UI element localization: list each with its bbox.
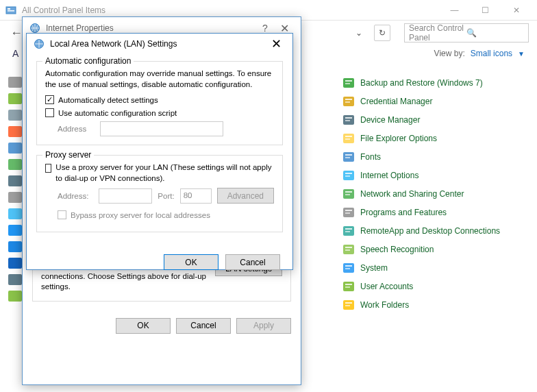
auto-detect-row[interactable]: ✓ Automatically detect settings [45, 95, 274, 104]
control-panel-item[interactable]: User Accounts [342, 280, 523, 293]
ip-cancel-button[interactable]: Cancel [176, 318, 231, 334]
svg-rect-2 [8, 10, 14, 12]
maximize-button[interactable]: ☐ [470, 1, 501, 20]
partial-item-icon [8, 159, 22, 170]
address-dropdown-caret[interactable]: ⌄ [352, 28, 366, 38]
proxy-use-row[interactable]: Use a proxy server for your LAN (These s… [45, 162, 274, 184]
auto-config-desc: Automatic configuration may override man… [45, 69, 274, 90]
auto-config-group: Automatic configuration Automatic config… [36, 61, 283, 145]
ip-ok-button[interactable]: OK [116, 318, 171, 334]
viewby-label: View by: [434, 49, 465, 58]
item-label: User Accounts [360, 282, 413, 291]
svg-rect-34 [345, 265, 352, 267]
auto-script-row[interactable]: Use automatic configuration script [45, 108, 274, 117]
control-panel-item[interactable]: System [342, 262, 523, 274]
item-label: Device Manager [360, 115, 420, 125]
partial-item-icon [8, 77, 22, 88]
search-box[interactable]: Search Control Panel 🔍 [404, 23, 529, 42]
svg-rect-4 [345, 80, 352, 82]
proxy-bypass-row[interactable]: Bypass proxy server for local addresses [45, 210, 274, 219]
partial-item-icon [8, 143, 22, 154]
control-panel-item[interactable]: Speech Recognition [342, 243, 523, 256]
proxy-bypass-checkbox[interactable] [58, 210, 66, 219]
auto-script-checkbox[interactable] [45, 108, 54, 117]
control-panel-item[interactable]: Work Folders [342, 299, 523, 311]
auto-script-address-input[interactable] [100, 121, 223, 136]
globe-icon [34, 38, 45, 49]
control-panel-item[interactable]: Internet Options [342, 169, 523, 182]
proxy-legend: Proxy server [42, 150, 94, 160]
svg-rect-11 [345, 120, 350, 121]
partial-item-icon [8, 192, 22, 203]
item-icon [342, 151, 355, 163]
control-panel-item[interactable]: RemoteApp and Desktop Connections [342, 225, 523, 237]
control-panel-item[interactable]: Device Manager [342, 114, 523, 126]
control-panel-item[interactable]: Credential Manager [342, 95, 523, 108]
control-panel-item[interactable]: File Explorer Options [342, 132, 523, 145]
search-placeholder: Search Control Panel [409, 23, 466, 42]
svg-rect-38 [345, 286, 350, 288]
item-label: Network and Sharing Center [360, 189, 464, 199]
auto-detect-checkbox[interactable]: ✓ [45, 95, 54, 104]
minimize-button[interactable]: — [439, 1, 470, 20]
svg-rect-13 [345, 136, 352, 137]
partial-item-icon [8, 208, 22, 219]
svg-rect-41 [345, 305, 350, 306]
window-controls: — ☐ ✕ [439, 1, 532, 20]
control-panel-item[interactable]: Backup and Restore (Windows 7) [342, 77, 523, 89]
proxy-advanced-button[interactable]: Advanced [217, 188, 274, 204]
auto-script-label: Use automatic configuration script [58, 109, 177, 117]
control-panel-item[interactable]: Network and Sharing Center [342, 188, 523, 200]
svg-rect-40 [345, 302, 352, 304]
proxy-port-input[interactable]: 80 [180, 188, 212, 204]
item-icon [342, 206, 355, 219]
ip-help-button[interactable]: ? [255, 23, 275, 34]
svg-rect-31 [345, 247, 352, 248]
svg-rect-20 [345, 175, 350, 177]
svg-rect-25 [345, 210, 352, 211]
close-button[interactable]: ✕ [501, 1, 532, 20]
proxy-address-label: Address: [58, 192, 93, 200]
svg-rect-29 [345, 231, 350, 232]
auto-script-address-label: Address [58, 125, 93, 133]
viewby-value: Small icons [471, 49, 512, 58]
svg-rect-5 [345, 83, 350, 84]
svg-rect-32 [345, 249, 350, 251]
lan-title-bar: Local Area Network (LAN) Settings ✕ [27, 34, 292, 54]
globe-icon [29, 23, 40, 34]
lan-dialog-buttons: OK Cancel [27, 249, 292, 280]
item-icon [342, 95, 355, 108]
proxy-address-input[interactable] [99, 188, 152, 204]
svg-rect-28 [345, 228, 352, 230]
item-icon [342, 225, 355, 237]
item-label: Credential Manager [360, 97, 432, 106]
svg-rect-14 [345, 138, 350, 140]
svg-rect-17 [345, 157, 350, 158]
auto-config-legend: Automatic configuration [42, 56, 134, 66]
control-panel-item[interactable]: Fonts [342, 151, 523, 163]
partial-item-icon [8, 291, 22, 302]
item-label: Work Folders [360, 300, 409, 310]
lan-cancel-button[interactable]: Cancel [225, 254, 280, 270]
item-label: Fonts [360, 152, 381, 162]
proxy-bypass-label: Bypass proxy server for local addresses [71, 211, 210, 219]
item-label: System [360, 263, 388, 273]
svg-rect-26 [345, 212, 350, 214]
item-icon [342, 188, 355, 200]
item-icon [342, 114, 355, 126]
refresh-button[interactable]: ↻ [374, 25, 390, 41]
item-icon [342, 280, 355, 293]
control-panel-item[interactable]: Programs and Features [342, 206, 523, 219]
lan-settings-dialog: Local Area Network (LAN) Settings ✕ Auto… [26, 33, 293, 270]
item-label: File Explorer Options [360, 134, 437, 143]
ip-apply-button[interactable]: Apply [236, 318, 291, 334]
ip-dialog-buttons: OK Cancel Apply [23, 310, 301, 342]
lan-ok-button[interactable]: OK [164, 254, 218, 270]
partial-item-icon [8, 241, 22, 252]
lan-close-button[interactable]: ✕ [266, 36, 286, 51]
proxy-use-checkbox[interactable] [45, 164, 51, 173]
viewby-control[interactable]: View by: Small icons ▼ [434, 49, 525, 58]
item-label: Speech Recognition [360, 245, 434, 254]
item-icon [342, 77, 355, 89]
svg-rect-7 [345, 99, 352, 100]
